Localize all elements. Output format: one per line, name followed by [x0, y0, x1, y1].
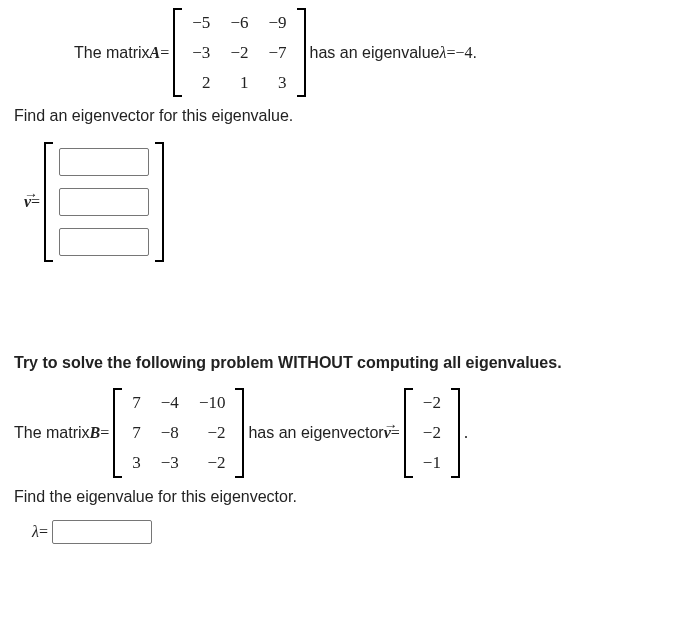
- eigenvalue-input[interactable]: [52, 520, 152, 544]
- eigenvector-input-3[interactable]: [59, 228, 149, 256]
- equals-eigen: =: [446, 42, 455, 64]
- symbol-v: → v: [24, 191, 31, 213]
- text-the-matrix: The matrix: [74, 42, 150, 64]
- eigenvalue-input-row: λ =: [14, 520, 672, 544]
- eigenvalue-A: −4: [455, 42, 472, 64]
- matrix-B: 7−4−10 7−8−2 3−3−2: [113, 388, 244, 477]
- matrix-A: −5−6−9 −3−2−7 213: [173, 8, 305, 97]
- eigenvector-input-1[interactable]: [59, 148, 149, 176]
- instruction-without-eigenvalues: Try to solve the following problem WITHO…: [14, 352, 672, 374]
- equals: =: [160, 42, 169, 64]
- symbol-A: A: [150, 42, 161, 64]
- period: .: [472, 42, 476, 64]
- eigenvector-input-matrix: [44, 142, 164, 262]
- instruction-find-eigenvalue: Find the eigenvalue for this eigenvector…: [14, 486, 672, 508]
- text-has-eigenvector: has an eigenvector: [248, 422, 383, 444]
- eigenvector-input-row: → v =: [14, 142, 672, 262]
- instruction-find-eigenvector: Find an eigenvector for this eigenvalue.: [14, 105, 672, 127]
- symbol-lambda: λ: [439, 42, 446, 64]
- matrix-b-statement: The matrix B = 7−4−10 7−8−2 3−3−2 has an…: [14, 388, 672, 477]
- symbol-v-b: → v: [384, 422, 391, 444]
- period-b: .: [464, 422, 468, 444]
- equals-b: =: [100, 422, 109, 444]
- symbol-lambda-b: λ: [32, 521, 39, 543]
- equals-lambda-b: =: [39, 521, 48, 543]
- eigenvector-given: −2 −2 −1: [404, 388, 460, 477]
- matrix-a-statement: The matrix A = −5−6−9 −3−2−7 213 has an …: [14, 8, 672, 97]
- eigenvector-input-2[interactable]: [59, 188, 149, 216]
- symbol-B: B: [90, 422, 101, 444]
- text-has-eigenvalue: has an eigenvalue: [310, 42, 440, 64]
- text-the-matrix-b: The matrix: [14, 422, 90, 444]
